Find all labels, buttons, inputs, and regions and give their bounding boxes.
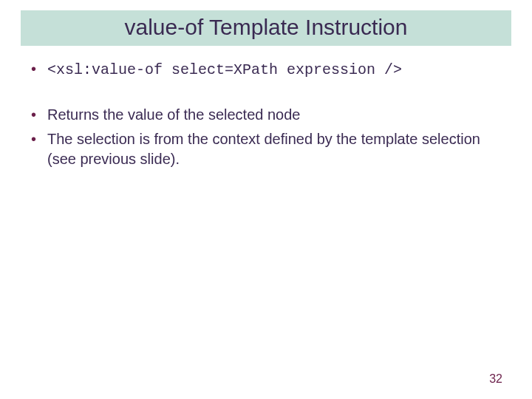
- slide-title-bar: value-of Template Instruction: [21, 10, 511, 46]
- page-number: 32: [489, 372, 502, 386]
- bullet-item: The selection is from the context define…: [30, 129, 502, 169]
- bullet-spacer: [30, 84, 502, 105]
- bullet-list: Returns the value of the selected node T…: [30, 105, 502, 169]
- bullet-item: <xsl:value-of select=XPath expression />: [30, 59, 502, 80]
- bullet-text: Returns the value of the selected node: [47, 106, 300, 123]
- slide-content: <xsl:value-of select=XPath expression />…: [30, 59, 502, 169]
- bullet-text: The selection is from the context define…: [47, 131, 480, 167]
- bullet-item: Returns the value of the selected node: [30, 105, 502, 125]
- bullet-list: <xsl:value-of select=XPath expression />: [30, 59, 502, 80]
- code-line: <xsl:value-of select=XPath expression />: [47, 61, 402, 78]
- slide-title: value-of Template Instruction: [125, 15, 408, 39]
